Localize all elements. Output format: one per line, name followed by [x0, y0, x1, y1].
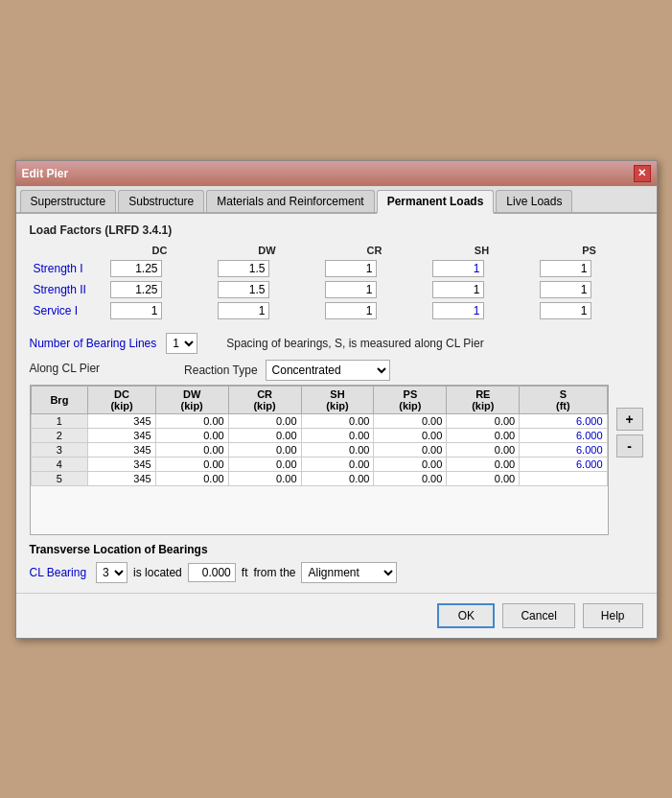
load-factors-title: Load Factors (LRFD 3.4.1) [30, 223, 643, 237]
dw-col-header: DW(kip) [155, 386, 228, 413]
table-row: Strength I [30, 258, 643, 279]
reaction-type-select[interactable]: Concentrated Distributed [266, 360, 390, 381]
brg-cell[interactable]: 4 [31, 457, 88, 471]
dc-cell[interactable]: 345 [88, 442, 155, 457]
bearing-table-container: Brg DC(kip) DW(kip) CR(kip) SH(kip) PS(k… [30, 385, 609, 535]
dw-cell[interactable]: 0.00 [155, 457, 228, 471]
table-row: 43450.000.000.000.000.006.000 [31, 457, 607, 471]
service-i-sh[interactable] [432, 302, 484, 319]
dc-cell[interactable]: 345 [88, 471, 155, 485]
re-cell[interactable]: 0.00 [447, 428, 520, 442]
strength-ii-cr[interactable] [325, 281, 377, 298]
table-row: 53450.000.000.000.000.00 [31, 471, 607, 485]
strength-i-ps[interactable] [540, 260, 591, 277]
sh-cell[interactable]: 0.00 [301, 442, 374, 457]
ps-cell[interactable]: 0.00 [374, 428, 447, 442]
alignment-select[interactable]: Alignment CL Pier [301, 562, 397, 583]
service-i-dw[interactable] [218, 302, 269, 319]
cr-cell[interactable]: 0.00 [228, 457, 301, 471]
ps-cell[interactable]: 0.00 [374, 442, 447, 457]
strength-ii-label: Strength II [30, 279, 106, 300]
service-i-ps[interactable] [540, 302, 591, 319]
close-button[interactable]: ✕ [634, 165, 651, 182]
tab-substructure[interactable]: Substructure [118, 190, 204, 212]
table-row: Service I [30, 300, 643, 321]
brg-cell[interactable]: 3 [31, 442, 88, 457]
re-cell[interactable]: 0.00 [447, 442, 520, 457]
cr-cell[interactable]: 0.00 [228, 413, 301, 428]
s-cell[interactable] [520, 471, 607, 485]
brg-col-header: Brg [31, 386, 88, 413]
dw-cell[interactable]: 0.00 [155, 471, 228, 485]
table-row: Strength II [30, 279, 643, 300]
dw-cell[interactable]: 0.00 [155, 413, 228, 428]
s-cell[interactable]: 6.000 [520, 413, 607, 428]
tab-materials[interactable]: Materials and Reinforcement [206, 190, 374, 212]
ps-cell[interactable]: 0.00 [374, 471, 447, 485]
tab-live-loads[interactable]: Live Loads [496, 190, 572, 212]
transverse-section: Transverse Location of Bearings CL Beari… [30, 543, 643, 583]
s-cell[interactable]: 6.000 [520, 457, 607, 471]
reaction-type-label: Reaction Type [184, 364, 258, 377]
cl-bearing-select[interactable]: 12345 [96, 562, 127, 583]
remove-bearing-button[interactable]: - [616, 434, 643, 458]
cr-cell[interactable]: 0.00 [228, 428, 301, 442]
strength-i-sh[interactable] [432, 260, 484, 277]
dc-cell[interactable]: 345 [88, 457, 155, 471]
cr-cell[interactable]: 0.00 [228, 442, 301, 457]
help-button[interactable]: Help [583, 603, 643, 628]
transverse-row: CL Bearing 12345 is located ft from the … [30, 562, 643, 583]
strength-ii-dc[interactable] [110, 281, 162, 298]
sh-cell[interactable]: 0.00 [301, 428, 374, 442]
transverse-value-input[interactable] [188, 563, 236, 582]
dw-cell[interactable]: 0.00 [155, 442, 228, 457]
re-cell[interactable]: 0.00 [447, 457, 520, 471]
bearing-table-area: Brg DC(kip) DW(kip) CR(kip) SH(kip) PS(k… [30, 385, 609, 535]
s-cell[interactable]: 6.000 [520, 442, 607, 457]
num-bearing-lines-select[interactable]: 12345 [166, 333, 197, 354]
sh-cell[interactable]: 0.00 [301, 471, 374, 485]
col-dw: DW [214, 243, 321, 258]
dc-cell[interactable]: 345 [88, 428, 155, 442]
service-i-cr[interactable] [325, 302, 377, 319]
sh-cell[interactable]: 0.00 [301, 457, 374, 471]
dc-cell[interactable]: 345 [88, 413, 155, 428]
add-bearing-button[interactable]: + [616, 408, 643, 431]
cancel-button[interactable]: Cancel [502, 603, 574, 628]
strength-ii-sh[interactable] [432, 281, 484, 298]
tab-superstructure[interactable]: Superstructure [20, 190, 117, 212]
sh-cell[interactable]: 0.00 [301, 413, 374, 428]
col-sh: SH [429, 243, 536, 258]
re-cell[interactable]: 0.00 [447, 413, 520, 428]
table-row: 23450.000.000.000.000.006.000 [31, 428, 607, 442]
strength-ii-ps[interactable] [540, 281, 591, 298]
strength-i-cr[interactable] [325, 260, 377, 277]
load-factors-table: DC DW CR SH PS Strength I Strength [30, 243, 643, 321]
spacing-text: Spacing of bearings, S, is measured alon… [226, 337, 483, 350]
s-cell[interactable]: 6.000 [520, 428, 607, 442]
ps-cell[interactable]: 0.00 [374, 413, 447, 428]
brg-cell[interactable]: 1 [31, 413, 88, 428]
strength-i-dc[interactable] [110, 260, 162, 277]
unit-label: ft [242, 566, 248, 579]
col-dc: DC [106, 243, 214, 258]
col-cr: CR [321, 243, 429, 258]
from-the-label: from the [253, 566, 295, 579]
cr-cell[interactable]: 0.00 [228, 471, 301, 485]
brg-cell[interactable]: 2 [31, 428, 88, 442]
re-cell[interactable]: 0.00 [447, 471, 520, 485]
strength-i-dw[interactable] [218, 260, 269, 277]
sh-col-header: SH(kip) [301, 386, 374, 413]
strength-ii-dw[interactable] [218, 281, 269, 298]
brg-cell[interactable]: 5 [31, 471, 88, 485]
re-col-header: RE(kip) [447, 386, 520, 413]
window-title: Edit Pier [22, 167, 69, 180]
dw-cell[interactable]: 0.00 [155, 428, 228, 442]
service-i-dc[interactable] [110, 302, 162, 319]
ok-button[interactable]: OK [437, 603, 495, 628]
bearing-controls: + - [616, 385, 643, 535]
bearing-section: Brg DC(kip) DW(kip) CR(kip) SH(kip) PS(k… [30, 385, 643, 535]
bearing-data-table: Brg DC(kip) DW(kip) CR(kip) SH(kip) PS(k… [31, 386, 608, 486]
tab-permanent-loads[interactable]: Permanent Loads [377, 190, 495, 214]
ps-cell[interactable]: 0.00 [374, 457, 447, 471]
